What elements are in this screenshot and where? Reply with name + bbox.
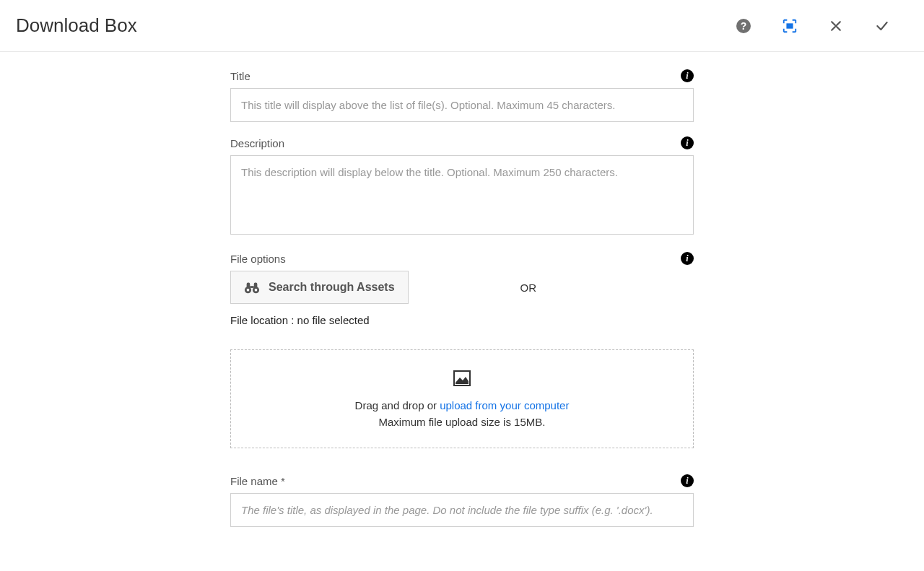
svg-rect-0 (786, 23, 793, 28)
file-dropzone[interactable]: Drag and drop or upload from your comput… (230, 349, 694, 448)
file-name-field-group: File name * i (230, 474, 694, 527)
file-options-label: File options (230, 253, 286, 265)
binoculars-icon (244, 280, 260, 295)
search-assets-button[interactable]: Search through Assets (230, 271, 409, 304)
upload-link[interactable]: upload from your computer (440, 399, 569, 411)
info-icon[interactable]: i (681, 69, 694, 82)
svg-point-4 (255, 289, 258, 292)
fullscreen-button[interactable] (781, 17, 798, 35)
close-icon (829, 19, 843, 33)
description-label: Description (230, 137, 284, 149)
description-field-group: Description i (230, 136, 694, 237)
max-size-text: Maximum file upload size is 15MB. (245, 414, 679, 431)
dialog-header: Download Box ? (0, 0, 924, 52)
file-name-input[interactable] (230, 493, 694, 527)
info-icon[interactable]: i (681, 252, 694, 265)
search-assets-label: Search through Assets (269, 281, 395, 294)
file-name-label: File name * (230, 475, 285, 487)
title-field-group: Title i (230, 69, 694, 122)
drag-drop-text: Drag and drop or (355, 399, 440, 411)
close-button[interactable] (827, 17, 845, 35)
info-icon[interactable]: i (681, 136, 694, 149)
image-icon (453, 370, 471, 386)
svg-point-3 (247, 289, 250, 292)
header-actions: ? (735, 17, 908, 35)
or-separator: OR (520, 282, 537, 294)
info-icon[interactable]: i (681, 474, 694, 487)
check-icon (875, 19, 889, 33)
description-input[interactable] (230, 155, 694, 235)
svg-rect-6 (254, 283, 258, 288)
svg-rect-7 (250, 286, 254, 288)
title-label: Title (230, 70, 250, 82)
dialog-title: Download Box (16, 14, 137, 37)
help-button[interactable]: ? (735, 17, 752, 35)
file-location-text: File location : no file selected (230, 314, 694, 326)
form-body: Title i Description i File options i (230, 52, 694, 559)
svg-rect-5 (247, 283, 250, 288)
title-input[interactable] (230, 88, 694, 122)
confirm-button[interactable] (873, 17, 891, 35)
file-options-group: File options i Search through Assets OR … (230, 252, 694, 448)
fullscreen-icon (782, 18, 798, 34)
help-icon: ? (736, 19, 751, 33)
